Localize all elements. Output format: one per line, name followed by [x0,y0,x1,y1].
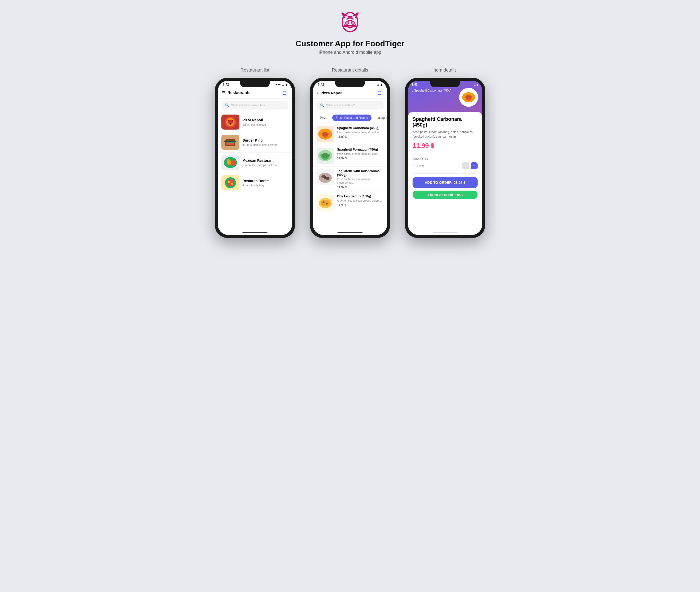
notch-3 [430,81,460,87]
status-icons-3: ▲ ▮ [474,83,479,86]
svg-point-43 [466,95,471,100]
phone-section-restaurant-list: Restaurant list 3:42 ●●● ▲ ▮ ☰ [215,67,295,238]
menu-item-0[interactable]: Spaghetti Carbonara (450g) fresh pasta, … [313,124,387,145]
notch-2 [335,81,365,87]
search-bar-1[interactable]: 🔍 What are you looking for? [221,101,288,109]
app-title: Customer App for FoodTiger [295,39,405,48]
restaurant-thumb-3 [221,175,239,190]
category-tabs: Pizza Fresh Pasta and Risotto Lasagna [313,112,387,124]
svg-point-38 [321,200,330,206]
menu-desc-3: Arborio rice, chicken breast, onion,... [337,199,383,202]
tab-lasagna[interactable]: Lasagna [373,114,387,121]
restaurant-item-3[interactable]: Restoran Bonimi drinks, lunch, bbq [218,173,292,193]
battery-icon-3: ▮ [477,83,479,86]
signal-icon: ●●● [276,83,281,86]
restaurant-name-2: Mexican Restorant [242,158,288,162]
menu-name-1: Spaghetti Formaggi (450g) [337,148,383,151]
svg-point-8 [232,120,233,121]
search-icon-2: 🔍 [320,103,324,107]
restaurant-item-0[interactable]: Pizza Napoli italian, pasta, pizza [218,112,292,132]
restaurant-name-1: Burger King [242,138,288,142]
quantity-minus-button[interactable]: - [462,162,469,169]
quantity-plus-button[interactable]: + [471,162,478,169]
restaurant-info-2: Mexican Restorant yummy taco, wraps, fas… [242,158,288,166]
nav-back-title-3: Spaghetti Carbonara (450g) [414,89,451,92]
add-to-order-button[interactable]: ADD TO ORDER 23.98 $ [413,177,478,188]
back-icon-2[interactable]: ‹ [317,90,319,96]
restaurant-thumb-1 [221,135,239,150]
menu-price-0: 11.99 $ [337,135,383,139]
menu-list: Spaghetti Carbonara (450g) fresh pasta, … [313,124,387,213]
tab-pizza[interactable]: Pizza [317,114,331,121]
menu-thumb-3 [317,194,334,210]
divider-2 [413,173,478,174]
menu-desc-1: fresh pasta, cream (animal), blue... [337,152,383,156]
nav-back-3[interactable]: ‹ Spaghetti Carbonara (450g) [412,88,462,93]
section-label-1: Restaurant list [240,67,269,73]
add-to-order-label: ADD TO ORDER [425,181,452,185]
restaurant-item-2[interactable]: Mexican Restorant yummy taco, wraps, fas… [218,153,292,173]
status-time-3: 3:42 [412,83,418,86]
phone-screen-2: 3:42 ▲ ▮ ‹ Pizza Napoli [313,81,387,235]
menu-price-2: 11.99 $ [337,186,383,189]
svg-point-9 [230,123,231,125]
restaurant-info-1: Burger King burgers, drinks, best chicke… [242,138,288,146]
menu-thumb-1 [317,148,334,164]
restaurant-item-1[interactable]: Burger King burgers, drinks, best chicke… [218,132,292,153]
svg-point-7 [228,120,229,121]
item-desc: fresh pasta, cream (animal), onion, panc… [413,130,478,139]
menu-thumb-2 [317,169,334,185]
phone-screen-3: 3:42 ▲ ▮ ‹ Spaghetti Carbonara (450g) [408,81,482,235]
signal-icon-2: ▲ [377,83,379,86]
svg-rect-14 [226,143,234,145]
status-icons-1: ●●● ▲ ▮ [276,83,287,86]
quantity-label: QUANTITY [413,157,478,160]
app-subtitle: iPhone and Android mobile app [319,50,381,55]
restaurant-name-3: Restoran Bonimi [242,179,288,183]
wifi-icon: ▲ [282,83,284,86]
svg-point-22 [228,181,230,183]
restaurant-tags-0: italian, pasta, pizza [242,123,288,126]
svg-point-1 [352,22,354,24]
quantity-section: QUANTITY 2 Items - + [413,157,478,169]
menu-info-0: Spaghetti Carbonara (450g) fresh pasta, … [337,126,383,142]
menu-item-3[interactable]: Chicken risotto (450g) Arborio rice, chi… [313,192,387,213]
svg-point-30 [322,153,329,158]
restaurant-info-0: Pizza Napoli italian, pasta, pizza [242,118,288,126]
wifi-icon-3: ▲ [474,83,476,86]
home-indicator-3 [432,232,458,233]
cart-icon-1[interactable] [281,89,288,96]
search-placeholder-2: What are you eating? [326,104,355,107]
hamburger-icon[interactable]: ☰ [222,91,225,95]
item-detail-content: Spaghetti Carbonara (450g) fresh pasta, … [408,112,482,202]
phones-container: Restaurant list 3:42 ●●● ▲ ▮ ☰ [215,67,485,238]
quantity-text: 2 Items [413,164,424,168]
menu-price-3: 11.99 $ [337,203,383,207]
restaurant-tags-1: burgers, drinks, best chicken [242,143,288,146]
battery-icon: ▮ [285,83,287,86]
restaurant-thumb-2 [221,155,239,170]
nav-bar-1: ☰ Restaurants [218,87,292,99]
search-bar-2[interactable]: 🔍 What are you eating? [317,101,383,109]
section-label-2: Restaurant details [332,67,368,73]
menu-desc-2: fresh pasta, cream (animal), mushrooms,.… [337,177,383,185]
svg-rect-12 [224,141,236,142]
status-time-2: 3:42 [318,83,324,86]
menu-item-1[interactable]: Spaghetti Formaggi (450g) fresh pasta, c… [313,145,387,166]
svg-point-39 [323,201,324,203]
menu-desc-0: fresh pasta, cream (animal), onion,... [337,131,383,134]
status-icons-2: ▲ ▮ [377,83,382,86]
section-label-3: Item details [433,67,457,73]
tab-fresh-pasta[interactable]: Fresh Pasta and Risotto [332,114,372,121]
phone-frame-3: 3:42 ▲ ▮ ‹ Spaghetti Carbonara (450g) [405,78,485,238]
menu-info-2: Tagliatelle with mushrooms (400g) fresh … [337,169,383,189]
cart-icon-2[interactable] [376,89,383,96]
svg-point-40 [326,203,328,205]
app-header: Customer App for FoodTiger iPhone and An… [295,10,405,55]
phone-screen-1: 3:42 ●●● ▲ ▮ ☰ Restaurants [218,81,292,235]
restaurant-tags-2: yummy taco, wraps, fast food [242,163,288,166]
search-icon-1: 🔍 [225,103,229,107]
phone-section-item-details: Item details 3:42 ▲ ▮ ‹ [405,67,485,238]
search-placeholder-1: What are you looking for? [231,104,266,107]
menu-item-2[interactable]: Tagliatelle with mushrooms (400g) fresh … [313,166,387,192]
